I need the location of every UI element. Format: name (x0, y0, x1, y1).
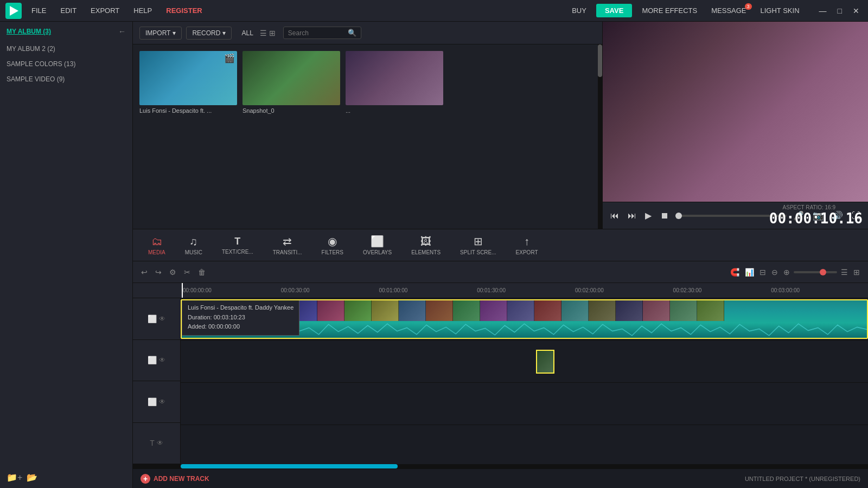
tool-label: ELEMENTS (411, 249, 441, 255)
music-icon: ♫ (189, 235, 197, 248)
media-scrollbar-thumb (598, 44, 602, 77)
close-button[interactable]: ✕ (850, 5, 863, 16)
snap-item[interactable] (536, 350, 554, 374)
sidebar-bottom-buttons: 📁+ 📂 (0, 467, 132, 488)
zoom-slider[interactable] (794, 271, 837, 273)
sidebar-item-my-album2[interactable]: MY ALBUM 2 (2) (0, 41, 132, 56)
delete-button[interactable]: 🗑 (196, 266, 207, 278)
video-icon: 🎬 (224, 53, 235, 63)
track-label-text: T 👁 (133, 423, 180, 465)
filmstrip-frame (534, 300, 561, 321)
add-new-track-button[interactable]: + ADD NEW TRACK (141, 474, 209, 484)
snap-button[interactable]: 🧲 (729, 266, 741, 278)
filmstrip-frame (643, 300, 670, 321)
filmstrip-frame (344, 300, 372, 321)
stop-button[interactable]: ⏹ (658, 209, 671, 223)
track-icon-overlay2: ⬜ (148, 397, 157, 406)
menu-help[interactable]: HELP (131, 5, 154, 16)
maximize-button[interactable]: □ (834, 5, 845, 16)
ruler-marks: 00:00:00:00 00:00:30:00 00:01:00:00 00:0… (182, 287, 868, 293)
menu-register[interactable]: REGISTER (164, 5, 204, 16)
go-start-button[interactable]: ⏮ (608, 209, 621, 223)
media-item[interactable]: ... (346, 51, 443, 222)
zoom-minus-button[interactable]: ⊖ (770, 266, 780, 278)
redo-button[interactable]: ↪ (154, 266, 163, 278)
filmstrip-frame (317, 300, 344, 321)
filmstrip-frame (507, 300, 534, 321)
add-icon: + (141, 474, 150, 484)
tool-overlays[interactable]: ⬜ OVERLAYS (359, 233, 396, 258)
tools-bar: 🗂 MEDIA ♫ MUSIC T TEXT/CRE... ⇄ TRANSITI… (133, 229, 868, 261)
media-item[interactable]: Snapshot_0 (242, 51, 340, 222)
media-scrollbar[interactable] (598, 44, 602, 229)
message-button[interactable]: MESSAGE 3 (707, 4, 750, 17)
split-screen-icon: ⊞ (474, 235, 483, 248)
timecode-display: 00:00:10.16 (769, 210, 863, 227)
message-badge: 3 (745, 3, 752, 10)
media-item[interactable]: 🎬 Luis Fonsi - Despacito ft. ... (139, 51, 237, 222)
tool-music[interactable]: ♫ MUSIC (181, 233, 207, 258)
settings-button[interactable]: ⚙ (168, 266, 178, 278)
import-folder-button[interactable]: 📂 (27, 472, 37, 483)
play-button[interactable]: ▶ (643, 208, 654, 223)
search-button[interactable]: 🔍 (348, 29, 356, 37)
light-skin-button[interactable]: LIGHT SKIN (756, 4, 804, 17)
transitions-icon: ⇄ (283, 235, 292, 248)
media-icon: 🗂 (151, 235, 162, 248)
grid-button[interactable]: ⊞ (852, 266, 861, 278)
zoom-fit-button[interactable]: ⊟ (758, 266, 768, 278)
tracks-scroll[interactable]: Luis Fonsi - Despacito ft. Daddy Yankee … (181, 298, 868, 464)
grid-view-button[interactable]: ⊞ (269, 29, 276, 37)
menu-export[interactable]: EXPORT (88, 5, 122, 16)
add-folder-button[interactable]: 📁+ (7, 472, 22, 483)
tool-filters[interactable]: ◉ FILTERS (317, 233, 348, 258)
tool-elements[interactable]: 🖼 ELEMENTS (407, 233, 445, 258)
list-view-button[interactable]: ☰ (260, 29, 267, 37)
filmstrip-frame (426, 300, 453, 321)
minimize-button[interactable]: — (816, 5, 830, 16)
buy-button[interactable]: BUY (567, 4, 591, 17)
menu-file[interactable]: FILE (29, 5, 48, 16)
sidebar-item-sample-colors[interactable]: SAMPLE COLORS (13) (0, 56, 132, 72)
cut-button[interactable]: ✂ (182, 266, 192, 278)
timeline-scrollbar[interactable] (133, 464, 868, 468)
filmstrip-frame (399, 300, 426, 321)
save-button[interactable]: SAVE (596, 4, 632, 17)
prev-frame-button[interactable]: ⏭ (626, 209, 639, 223)
search-input[interactable] (288, 29, 348, 37)
left-sidebar: MY ALBUM (3) ← MY ALBUM 2 (2) SAMPLE COL… (0, 22, 133, 488)
empty-track-3 (181, 426, 868, 464)
track-label-overlay1: ⬜ 👁 (133, 340, 180, 382)
track-eye-overlay1[interactable]: 👁 (159, 356, 165, 364)
track-row-text (181, 425, 868, 464)
preview-controls: ASPECT RATIO: 16:9 ⏮ ⏭ ▶ ⏹ 🎤 📷 🔊 ⛶ 00:00… (603, 202, 868, 229)
empty-track (181, 342, 868, 381)
more-effects-button[interactable]: MORE EFFECTS (637, 4, 701, 17)
menu-edit[interactable]: EDIT (58, 5, 79, 16)
sidebar-back-button[interactable]: ← (118, 27, 126, 36)
tool-text[interactable]: T TEXT/CRE... (218, 234, 258, 257)
zoom-controls: 🧲 📊 ⊟ ⊖ ⊕ ☰ ⊞ (729, 266, 861, 278)
preview-video-background (603, 22, 868, 202)
track-eye-video[interactable]: 👁 (159, 315, 165, 323)
tool-transitions[interactable]: ⇄ TRANSITI... (269, 233, 307, 258)
tool-export[interactable]: ↑ EXPORT (512, 233, 542, 258)
zoom-plus-button[interactable]: ⊕ (782, 266, 792, 278)
import-button[interactable]: IMPORT ▾ (139, 27, 182, 40)
track-eye-text[interactable]: 👁 (157, 439, 163, 447)
tool-label: EXPORT (516, 249, 538, 255)
audio-button[interactable]: 📊 (743, 266, 756, 278)
tool-media[interactable]: 🗂 MEDIA (144, 233, 170, 258)
my-album-title[interactable]: MY ALBUM (3) (7, 28, 51, 35)
undo-button[interactable]: ↩ (139, 266, 149, 278)
timeline-area: ↩ ↪ ⚙ ✂ 🗑 🧲 📊 ⊟ ⊖ ⊕ ☰ ⊞ (133, 261, 868, 468)
sidebar-item-sample-video[interactable]: SAMPLE VIDEO (9) (0, 72, 132, 87)
video-clip[interactable]: Luis Fonsi - Despacito ft. Daddy Yankee … (181, 299, 868, 339)
tool-label: OVERLAYS (363, 249, 392, 255)
filters-icon: ◉ (328, 235, 337, 248)
media-grid: 🎬 Luis Fonsi - Despacito ft. ... Snapsho… (133, 44, 598, 229)
track-eye-overlay2[interactable]: 👁 (159, 398, 165, 406)
record-button[interactable]: RECORD ▾ (186, 27, 232, 40)
more-button[interactable]: ☰ (839, 266, 850, 278)
tool-split-screen[interactable]: ⊞ SPLIT SCRE... (456, 233, 501, 258)
